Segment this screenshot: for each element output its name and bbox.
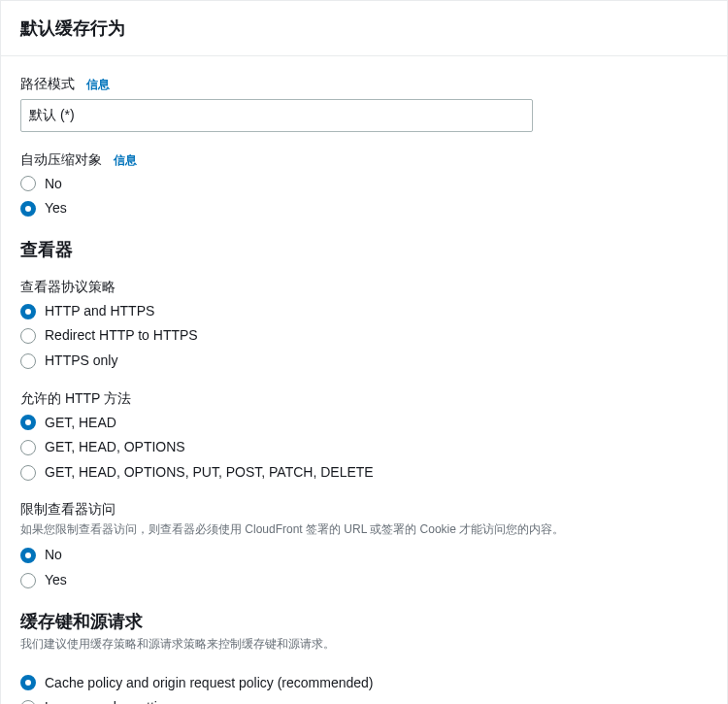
radio-icon [20,328,36,344]
restrictViewer-option-yes[interactable]: Yes [20,571,708,590]
cache-section-heading: 缓存键和源请求 [20,610,708,633]
panel-header: 默认缓存行为 [1,1,727,56]
restrictViewer-option-no[interactable]: No [20,546,708,565]
radio-icon [20,201,36,217]
viewer-protocol-field: 查看器协议策略 HTTP and HTTPSRedirect HTTP to H… [20,279,708,371]
compress-option-no[interactable]: No [20,175,708,194]
restrict-viewer-radio-group: NoYes [20,546,708,589]
radio-icon [20,548,36,563]
radio-icon [20,304,36,319]
field-label-row: 自动压缩对象 信息 [20,151,708,169]
radio-label: No [45,546,62,565]
default-cache-behavior-panel: 默认缓存行为 路径模式 信息 自动压缩对象 信息 NoYes 查看器 查看器协议… [0,0,728,704]
radio-icon [20,415,36,430]
httpMethods-option-get-head[interactable]: GET, HEAD [20,414,708,433]
viewerProtocol-option-http-and-https[interactable]: HTTP and HTTPS [20,302,708,321]
viewer-protocol-label: 查看器协议策略 [20,279,116,296]
httpMethods-option-get-head-options-put-post-patch-delete[interactable]: GET, HEAD, OPTIONS, PUT, POST, PATCH, DE… [20,463,708,483]
compress-radio-group: NoYes [20,175,708,218]
radio-label: Redirect HTTP to HTTPS [45,326,198,346]
radio-label: GET, HEAD [45,414,116,433]
radio-label: No [45,175,62,194]
path-pattern-field: 路径模式 信息 [20,76,708,132]
http-methods-radio-group: GET, HEADGET, HEAD, OPTIONSGET, HEAD, OP… [20,414,708,483]
radio-icon [20,440,36,455]
compress-label: 自动压缩对象 [20,151,102,169]
field-label-row: 限制查看器访问 [20,501,708,519]
radio-label: Legacy cache settings [45,698,180,704]
path-pattern-info-link[interactable]: 信息 [86,77,110,93]
http-methods-label: 允许的 HTTP 方法 [20,390,131,408]
restrict-viewer-label: 限制查看器访问 [20,501,116,519]
radio-label: GET, HEAD, OPTIONS [45,438,185,457]
viewer-heading: 查看器 [20,238,708,261]
radio-icon [20,465,36,481]
radio-label: GET, HEAD, OPTIONS, PUT, POST, PATCH, DE… [45,463,374,483]
path-pattern-input[interactable] [20,99,533,132]
compress-info-link[interactable]: 信息 [114,152,137,169]
viewerProtocol-option-https-only[interactable]: HTTPS only [20,352,708,371]
cache-section-radio-group: Cache policy and origin request policy (… [20,674,708,704]
radio-icon [20,700,36,704]
radio-label: Yes [45,571,67,590]
viewer-protocol-radio-group: HTTP and HTTPSRedirect HTTP to HTTPSHTTP… [20,302,708,371]
viewerProtocol-option-redirect-http-to-https[interactable]: Redirect HTTP to HTTPS [20,326,708,346]
panel-title: 默认缓存行为 [20,17,708,40]
path-pattern-label: 路径模式 [20,76,75,93]
cache-section-help: 我们建议使用缓存策略和源请求策略来控制缓存键和源请求。 [20,635,708,653]
radio-icon [20,573,36,588]
cacheSection-option-legacy-cache-settings[interactable]: Legacy cache settings [20,698,708,704]
radio-icon [20,353,36,369]
field-label-row: 路径模式 信息 [20,76,708,93]
compress-field: 自动压缩对象 信息 NoYes [20,151,708,218]
radio-icon [20,176,36,191]
field-label-row: 查看器协议策略 [20,279,708,296]
panel-body: 路径模式 信息 自动压缩对象 信息 NoYes 查看器 查看器协议策略 HTTP… [1,56,727,704]
radio-label: Yes [45,199,67,218]
httpMethods-option-get-head-options[interactable]: GET, HEAD, OPTIONS [20,438,708,457]
restrict-viewer-help: 如果您限制查看器访问，则查看器必须使用 CloudFront 签署的 URL 或… [20,520,708,538]
cacheSection-option-cache-policy-and-origin-request-policy-r[interactable]: Cache policy and origin request policy (… [20,674,708,693]
radio-label: Cache policy and origin request policy (… [45,674,374,693]
field-label-row: 允许的 HTTP 方法 [20,390,708,408]
radio-label: HTTP and HTTPS [45,302,154,321]
radio-label: HTTPS only [45,352,117,371]
radio-icon [20,675,36,690]
restrict-viewer-field: 限制查看器访问 如果您限制查看器访问，则查看器必须使用 CloudFront 签… [20,501,708,589]
compress-option-yes[interactable]: Yes [20,199,708,218]
http-methods-field: 允许的 HTTP 方法 GET, HEADGET, HEAD, OPTIONSG… [20,390,708,483]
